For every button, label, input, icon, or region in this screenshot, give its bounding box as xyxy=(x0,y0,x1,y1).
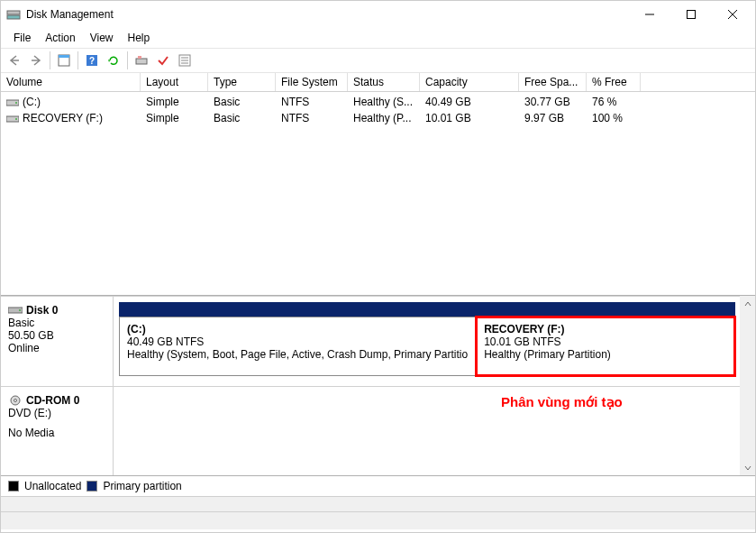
partition-name: RECOVERY (F:) xyxy=(484,323,727,335)
cell-free: 9.97 GB xyxy=(519,111,587,125)
cell-volume: RECOVERY (F:) xyxy=(1,111,141,125)
cell-status: Healthy (S... xyxy=(348,95,420,109)
legend-swatch-unallocated xyxy=(8,481,19,492)
cell-free: 30.77 GB xyxy=(519,95,587,109)
col-freespace[interactable]: Free Spa... xyxy=(519,73,587,91)
partition-name: (C:) xyxy=(127,323,468,335)
partition-c[interactable]: (C:) 40.49 GB NTFS Healthy (System, Boot… xyxy=(119,317,476,376)
view-button[interactable] xyxy=(54,51,74,70)
legend: Unallocated Primary partition xyxy=(1,476,755,496)
separator xyxy=(50,51,50,69)
disk-type: DVD (E:) xyxy=(8,407,105,419)
partition-stripe xyxy=(119,302,735,317)
annotation-label: Phân vùng mới tạo xyxy=(501,394,623,410)
col-filesystem[interactable]: File System xyxy=(276,73,348,91)
check-button[interactable] xyxy=(153,51,173,70)
col-status[interactable]: Status xyxy=(348,73,420,91)
svg-point-17 xyxy=(15,102,17,104)
disk-status: Online xyxy=(8,342,105,354)
maximize-button[interactable] xyxy=(670,1,712,28)
cell-type: Basic xyxy=(208,95,276,109)
horizontal-scrollbar[interactable] xyxy=(1,496,755,511)
toolbar: ? xyxy=(1,48,755,73)
partition-size: 40.49 GB NTFS xyxy=(127,335,468,348)
partition-recovery[interactable]: RECOVERY (F:) 10.01 GB NTFS Healthy (Pri… xyxy=(476,317,735,376)
legend-unallocated: Unallocated xyxy=(24,480,81,492)
statusbar xyxy=(1,511,755,529)
cell-layout: Simple xyxy=(141,111,208,125)
volume-list-panel: Volume Layout Type File System Status Ca… xyxy=(1,73,755,296)
settings-button[interactable] xyxy=(132,51,151,70)
col-layout[interactable]: Layout xyxy=(141,73,208,91)
list-button[interactable] xyxy=(175,51,195,70)
svg-rect-0 xyxy=(7,11,20,14)
menu-action[interactable]: Action xyxy=(38,30,82,46)
minimize-button[interactable] xyxy=(629,1,670,28)
disk-row-cdrom0[interactable]: CD-ROM 0 DVD (E:) No Media Phân vùng mới… xyxy=(1,386,755,476)
svg-rect-3 xyxy=(688,11,696,19)
col-pctfree[interactable]: % Free xyxy=(587,73,641,91)
disk-graphic-panel: Disk 0 Basic 50.50 GB Online (C:) 40.49 … xyxy=(1,296,755,476)
drive-icon xyxy=(6,97,19,106)
menu-view[interactable]: View xyxy=(83,30,121,46)
cell-pct: 76 % xyxy=(587,95,641,109)
svg-rect-7 xyxy=(59,55,69,58)
window-controls xyxy=(629,1,753,28)
separator xyxy=(127,51,128,69)
col-capacity[interactable]: Capacity xyxy=(420,73,519,91)
col-type[interactable]: Type xyxy=(208,73,276,91)
disk-label: Disk 0 Basic 50.50 GB Online xyxy=(1,297,114,386)
cell-fs: NTFS xyxy=(276,95,348,109)
cell-capacity: 10.01 GB xyxy=(420,111,519,125)
titlebar: Disk Management xyxy=(1,1,755,28)
app-icon xyxy=(6,7,21,22)
drive-icon xyxy=(6,114,19,123)
cell-status: Healthy (P... xyxy=(348,111,420,125)
cell-volume: (C:) xyxy=(1,95,141,109)
disk-name: Disk 0 xyxy=(8,304,105,317)
disk-icon xyxy=(8,305,23,316)
menubar: File Action View Help xyxy=(1,28,755,48)
window-title: Disk Management xyxy=(26,8,629,21)
help-button[interactable]: ? xyxy=(82,51,102,70)
svg-rect-1 xyxy=(7,15,20,19)
disk-row-disk0[interactable]: Disk 0 Basic 50.50 GB Online (C:) 40.49 … xyxy=(1,296,755,386)
volume-row[interactable]: (C:) Simple Basic NTFS Healthy (S... 40.… xyxy=(1,94,755,110)
partition-size: 10.01 GB NTFS xyxy=(484,335,727,348)
separator xyxy=(77,51,78,69)
forward-button[interactable] xyxy=(26,51,46,70)
partition-status: Healthy (Primary Partition) xyxy=(484,348,727,361)
svg-text:?: ? xyxy=(89,56,95,66)
svg-rect-11 xyxy=(138,56,141,59)
legend-swatch-primary xyxy=(87,481,97,492)
refresh-button[interactable] xyxy=(104,51,123,70)
svg-point-23 xyxy=(14,399,17,401)
svg-rect-10 xyxy=(136,59,147,64)
close-button[interactable] xyxy=(712,1,753,28)
cell-capacity: 40.49 GB xyxy=(420,95,519,109)
col-volume[interactable]: Volume xyxy=(1,73,141,91)
volume-row[interactable]: RECOVERY (F:) Simple Basic NTFS Healthy … xyxy=(1,110,755,126)
disk-name: CD-ROM 0 xyxy=(8,394,105,407)
cdrom-icon xyxy=(8,395,23,406)
cell-layout: Simple xyxy=(141,95,208,109)
disk-status: No Media xyxy=(8,427,105,439)
disk-label: CD-ROM 0 DVD (E:) No Media xyxy=(1,387,114,476)
menu-file[interactable]: File xyxy=(6,30,38,46)
back-button[interactable] xyxy=(5,51,24,70)
disk-size: 50.50 GB xyxy=(8,329,105,342)
cell-type: Basic xyxy=(208,111,276,125)
svg-point-21 xyxy=(19,309,21,311)
partition-status: Healthy (System, Boot, Page File, Active… xyxy=(127,348,468,361)
cell-pct: 100 % xyxy=(587,111,641,125)
cell-fs: NTFS xyxy=(276,111,348,125)
legend-primary: Primary partition xyxy=(103,480,181,492)
disk-type: Basic xyxy=(8,317,105,329)
volume-rows: (C:) Simple Basic NTFS Healthy (S... 40.… xyxy=(1,92,755,126)
svg-point-19 xyxy=(15,118,17,120)
volume-header-row: Volume Layout Type File System Status Ca… xyxy=(1,73,755,92)
menu-help[interactable]: Help xyxy=(121,30,158,46)
